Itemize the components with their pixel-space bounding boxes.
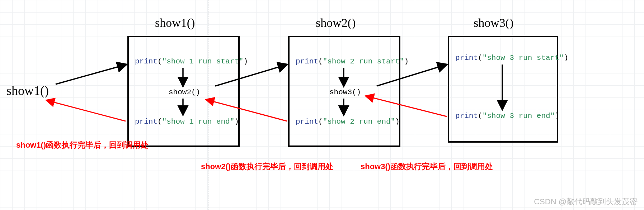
- string-literal: "show 2 run end": [323, 118, 395, 126]
- box1-title: show1(): [155, 16, 195, 30]
- print-fn: print: [296, 57, 318, 66]
- string-literal: "show 2 run start": [323, 57, 404, 66]
- return1-label: show1()函数执行完毕后，回到调用处: [16, 140, 149, 151]
- box3: [448, 36, 558, 143]
- print-fn: print: [455, 54, 478, 62]
- box1-call: show2(): [169, 88, 200, 96]
- box3-start-line: print("show 3 run start"): [455, 54, 568, 62]
- string-literal: "show 1 run end": [162, 118, 235, 126]
- box1-end-line: print("show 1 run end"): [135, 118, 239, 126]
- watermark: CSDN @敲代码敲到头发茂密: [534, 196, 638, 207]
- box2-call: show3(): [329, 88, 361, 96]
- string-literal: "show 3 run end": [483, 112, 555, 120]
- box1-start-line: print("show 1 run start"): [135, 57, 248, 66]
- string-literal: "show 1 run start": [162, 57, 244, 66]
- return2-label: show2()函数执行完毕后，回到调用处: [201, 161, 333, 172]
- print-fn: print: [135, 118, 158, 126]
- box2-start-line: print("show 2 run start"): [296, 57, 409, 66]
- box3-end-line: print("show 3 run end"): [455, 112, 559, 120]
- print-fn: print: [455, 112, 478, 120]
- box2-end-line: print("show 2 run end"): [296, 118, 400, 126]
- entry-call: show1(): [6, 83, 49, 98]
- box2-title: show2(): [316, 16, 356, 30]
- string-literal: "show 3 run start": [483, 54, 564, 62]
- return3-label: show3()函数执行完毕后，回到调用处: [361, 161, 493, 172]
- print-fn: print: [296, 118, 318, 126]
- box3-title: show3(): [474, 16, 513, 30]
- print-fn: print: [135, 57, 158, 66]
